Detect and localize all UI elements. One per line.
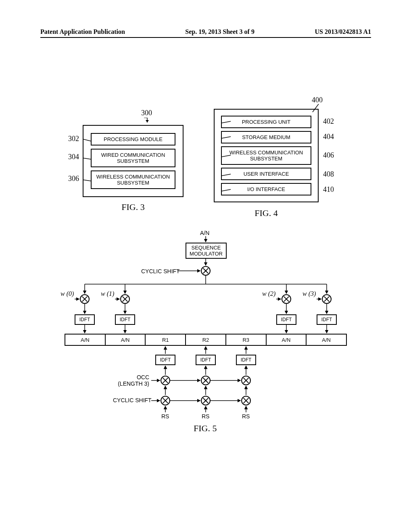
- fig4-block-402: PROCESSING UNIT 402: [221, 116, 311, 128]
- svg-line-7: [222, 121, 231, 123]
- fig5-slot-4: R3: [226, 335, 267, 345]
- fig3-ref: 300: [141, 109, 152, 117]
- fig5-slot-5: A/N: [267, 335, 307, 345]
- fig4-block-410: I/O INTERFACE 410: [221, 183, 311, 195]
- fig3-block-306: WIRELESS COMMUNICATION SUBSYSTEM 306: [91, 170, 175, 189]
- fig3-block-304-text: WIRED COMMUNICATION SUBSYSTEM: [93, 152, 173, 164]
- fig5-slot-row: A/N A/N R1 R2 R3 A/N A/N: [65, 334, 347, 346]
- fig4-ref-402: 402: [323, 117, 334, 126]
- fig3-ref-304: 304: [68, 153, 79, 161]
- fig5-weight-3: w (3): [302, 290, 316, 297]
- fig5-slot-0: A/N: [65, 335, 106, 345]
- fig4-ref-408: 408: [323, 170, 334, 179]
- figure-3: 300 PROCESSING MODULE 302 WIRED COMMUNIC…: [83, 125, 184, 212]
- svg-marker-2: [146, 120, 149, 123]
- svg-line-10: [222, 174, 231, 176]
- fig5-weight-2: w (2): [262, 290, 275, 297]
- fig5-mult-w1: [120, 294, 130, 304]
- fig3-block-304: WIRED COMMUNICATION SUBSYSTEM 304: [91, 149, 175, 167]
- fig5-rs-0: RS: [161, 413, 169, 420]
- fig5-slot-1: A/N: [106, 335, 146, 345]
- fig3-ref-302: 302: [68, 135, 79, 143]
- fig5-caption: FIG. 5: [194, 423, 217, 434]
- fig5-mult-occ-2: [241, 376, 251, 385]
- fig4-ref-406: 406: [323, 151, 334, 160]
- fig5-weight-0: w (0): [60, 290, 74, 297]
- fig5-idft-rs-1: IDFT: [196, 355, 216, 365]
- fig4-block-402-text: PROCESSING UNIT: [242, 119, 291, 125]
- svg-line-8: [222, 137, 231, 138]
- fig5-idft-rs-2: IDFT: [236, 355, 256, 365]
- fig4-block-408: USER INTERFACE 408: [221, 168, 311, 180]
- fig4-block-406-text: WIRELESS COMMUNICATION SUBSYSTEM: [223, 150, 309, 162]
- svg-line-11: [222, 189, 231, 191]
- fig5-idft-rs-0: IDFT: [155, 355, 175, 365]
- header-left: Patent Application Publication: [40, 28, 125, 35]
- fig5-rs-1: RS: [202, 413, 209, 420]
- svg-line-5: [83, 180, 91, 181]
- fig5-occ-label: OCC (LENGTH 3): [117, 374, 149, 387]
- header-center: Sep. 19, 2013 Sheet 3 of 9: [185, 28, 254, 35]
- svg-line-4: [83, 158, 91, 159]
- fig5-slot-6: A/N: [307, 335, 346, 345]
- fig5-mult-occ-0: [161, 376, 170, 385]
- fig5-idft-3: IDFT: [317, 314, 337, 325]
- fig4-ref-410: 410: [323, 185, 334, 194]
- fig5-mult-cs-2: [241, 396, 251, 405]
- fig4-block-406: WIRELESS COMMUNICATION SUBSYSTEM 406: [221, 146, 311, 165]
- fig5-mult-cyclic-top: [201, 266, 211, 276]
- figure-5: A/N SEQUENCE MODULATOR CYCLIC SHIFT w (0…: [60, 230, 351, 463]
- fig3-block-306-text: WIRELESS COMMUNICATION SUBSYSTEM: [93, 174, 173, 186]
- fig3-container: PROCESSING MODULE 302 WIRED COMMUNICATIO…: [83, 125, 184, 197]
- fig5-weight-1: w (1): [101, 290, 114, 297]
- fig5-mult-w3: [322, 294, 332, 304]
- fig5-idft-0: IDFT: [75, 314, 95, 325]
- fig5-idft-1: IDFT: [115, 314, 135, 325]
- fig4-block-408-text: USER INTERFACE: [244, 171, 289, 177]
- fig5-slot-2: R1: [146, 335, 186, 345]
- fig5-mult-occ-1: [201, 376, 211, 385]
- fig4-caption: FIG. 4: [214, 208, 319, 218]
- fig4-block-404-text: STORAGE MEDIUM: [242, 134, 290, 140]
- fig4-block-404: STORAGE MEDIUM 404: [221, 131, 311, 143]
- fig5-mult-w2: [282, 294, 291, 304]
- fig4-container: PROCESSING UNIT 402 STORAGE MEDIUM 404 W…: [214, 109, 319, 202]
- figure-4: 400 PROCESSING UNIT 402 STORAGE MEDIUM 4…: [214, 109, 319, 218]
- fig5-cyclic-shift-top: CYCLIC SHIFT: [141, 268, 180, 274]
- fig3-block-302-text: PROCESSING MODULE: [104, 136, 163, 142]
- fig5-idft-2: IDFT: [276, 314, 296, 325]
- fig3-ref-306: 306: [68, 175, 79, 183]
- fig4-block-410-text: I/O INTERFACE: [247, 186, 285, 192]
- fig5-sequence-modulator: SEQUENCE MODULATOR: [186, 243, 227, 259]
- fig5-cyclic-shift-bottom: CYCLIC SHIFT: [113, 397, 152, 403]
- svg-line-3: [83, 139, 91, 141]
- fig4-ref-404: 404: [323, 133, 334, 141]
- fig5-slot-3: R2: [186, 335, 226, 345]
- fig3-block-302: PROCESSING MODULE 302: [91, 133, 175, 145]
- header-right: US 2013/0242813 A1: [315, 28, 371, 35]
- fig5-rs-2: RS: [242, 413, 250, 420]
- page-header: Patent Application Publication Sep. 19, …: [40, 28, 371, 38]
- fig4-ref: 400: [312, 96, 323, 104]
- fig3-caption: FIG. 3: [83, 202, 184, 212]
- fig5-mult-cs-1: [201, 396, 211, 405]
- fig5-mult-cs-0: [161, 396, 170, 405]
- fig5-mult-w0: [80, 294, 90, 304]
- fig5-input-an: A/N: [200, 230, 209, 236]
